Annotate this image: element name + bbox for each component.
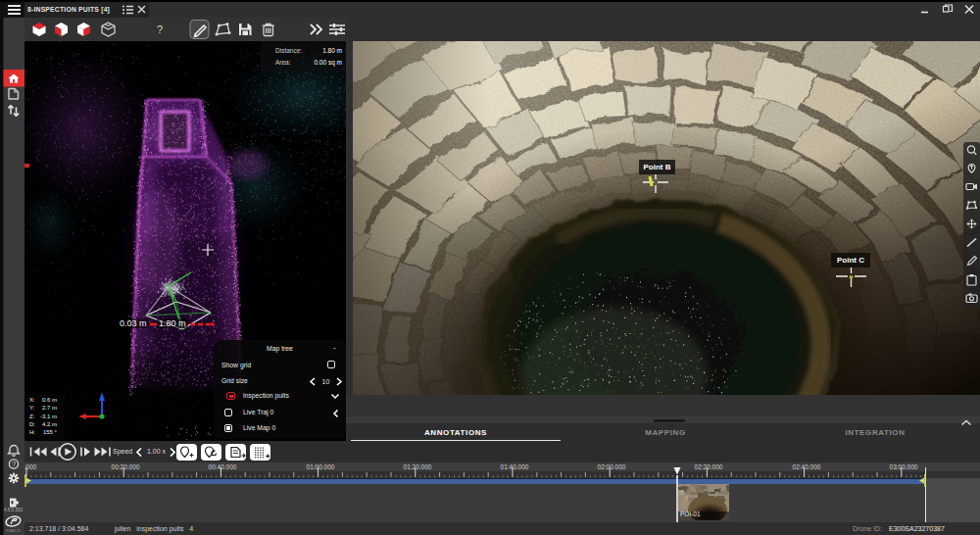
svg-text:10: 10: [322, 378, 330, 385]
svg-text:FLYABILITY: FLYABILITY: [6, 529, 21, 533]
svg-text:?: ?: [12, 460, 16, 468]
svg-text:?: ?: [157, 24, 163, 35]
svg-text:4.5.0.303: 4.5.0.303: [4, 508, 24, 512]
